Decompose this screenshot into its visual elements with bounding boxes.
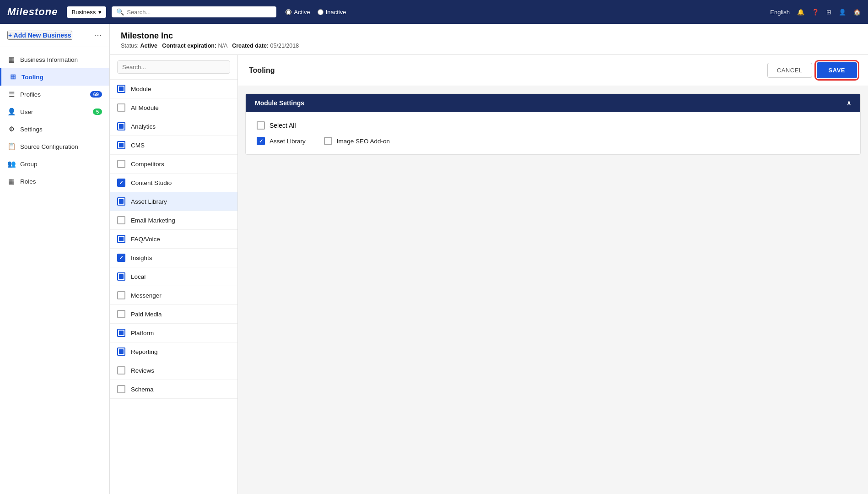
sidebar-item-group[interactable]: 👥 Group	[0, 155, 109, 173]
checkbox-module[interactable]	[117, 85, 125, 93]
cb-asset-library[interactable]	[257, 137, 265, 145]
module-label-content-studio: Content Studio	[131, 179, 172, 186]
section-header[interactable]: Module Settings ∧	[246, 94, 860, 112]
sidebar-item-user[interactable]: 👤 User 5	[0, 103, 109, 120]
checkbox-faq-voice[interactable]	[117, 235, 125, 243]
sidebar-item-settings[interactable]: ⚙ Settings	[0, 120, 109, 138]
module-item-reporting[interactable]: Reporting	[110, 342, 237, 361]
checkbox-cms[interactable]	[117, 141, 125, 149]
help-icon[interactable]: ❓	[812, 9, 819, 16]
module-item-competitors[interactable]: Competitors	[110, 155, 237, 174]
cb-label-asset-library: Asset Library	[270, 138, 306, 145]
business-meta: Status: Active Contract expiration: N/A …	[121, 43, 857, 49]
sidebar-item-source-configuration[interactable]: 📋 Source Configuration	[0, 138, 109, 155]
module-label-ai-module: AI Module	[131, 104, 159, 111]
checkbox-reporting[interactable]	[117, 347, 125, 356]
select-all-label: Select All	[270, 122, 296, 129]
sidebar-label-user: User	[20, 109, 33, 115]
settings-checkbox-asset-library: Asset Library	[257, 137, 306, 145]
select-all-checkbox[interactable]	[257, 121, 265, 130]
checkbox-messenger[interactable]	[117, 291, 125, 299]
checkbox-competitors[interactable]	[117, 160, 125, 168]
sidebar-item-tooling[interactable]: ⊞ Tooling	[0, 68, 109, 86]
module-label-schema: Schema	[131, 386, 154, 393]
checkbox-platform[interactable]	[117, 329, 125, 337]
created-value: 05/21/2018	[270, 43, 299, 49]
top-nav: Milestone Business ▾ 🔍 Active Inactive E…	[0, 0, 868, 24]
inactive-radio-label[interactable]: Inactive	[318, 9, 346, 16]
module-label-asset-library: Asset Library	[131, 198, 167, 205]
search-dropdown[interactable]: Business ▾	[67, 6, 106, 18]
module-item-messenger[interactable]: Messenger	[110, 286, 237, 305]
home-icon[interactable]: 🏠	[853, 9, 861, 16]
active-radio-label[interactable]: Active	[286, 9, 310, 16]
search-input[interactable]	[127, 9, 272, 16]
module-item-asset-library[interactable]: Asset Library	[110, 192, 237, 211]
module-item-ai-module[interactable]: AI Module	[110, 98, 237, 117]
sidebar-more-icon[interactable]: ⋯	[94, 30, 102, 40]
checkbox-email-marketing[interactable]	[117, 216, 125, 224]
module-item-cms[interactable]: CMS	[110, 136, 237, 155]
module-item-email-marketing[interactable]: Email Marketing	[110, 211, 237, 230]
sidebar-label-profiles: Profiles	[20, 91, 41, 98]
module-item-local[interactable]: Local	[110, 267, 237, 286]
module-item-paid-media[interactable]: Paid Media	[110, 305, 237, 324]
checkbox-reviews[interactable]	[117, 366, 125, 375]
business-title: Milestone Inc	[121, 31, 857, 41]
checkbox-schema[interactable]	[117, 385, 125, 393]
cancel-button[interactable]: CANCEL	[767, 63, 812, 78]
module-search-input[interactable]	[117, 60, 230, 74]
sidebar-nav: ▦ Business Information ⊞ Tooling ☰ Profi…	[0, 47, 109, 194]
module-label-insights: Insights	[131, 255, 152, 261]
module-label-reviews: Reviews	[131, 367, 154, 374]
module-label-messenger: Messenger	[131, 292, 162, 299]
checkbox-local[interactable]	[117, 272, 125, 281]
module-label-faq-voice: FAQ/Voice	[131, 236, 160, 243]
search-icon: 🔍	[116, 8, 124, 16]
module-item-content-studio[interactable]: Content Studio	[110, 174, 237, 192]
module-label-email-marketing: Email Marketing	[131, 217, 175, 224]
module-item-faq-voice[interactable]: FAQ/Voice	[110, 230, 237, 249]
checkbox-insights[interactable]	[117, 254, 125, 262]
badge-user: 5	[93, 109, 102, 115]
settings-checkbox-image-seo: Image SEO Add-on	[324, 137, 390, 145]
checkbox-grid: Asset Library Image SEO Add-on	[257, 137, 849, 145]
status-value: Active	[140, 43, 157, 49]
sidebar-icon-business-information: ▦	[7, 55, 16, 64]
cb-image-seo[interactable]	[324, 137, 332, 145]
module-label-reporting: Reporting	[131, 348, 158, 355]
language-label[interactable]: English	[770, 9, 790, 16]
checkbox-paid-media[interactable]	[117, 310, 125, 318]
notifications-icon[interactable]: 🔔	[797, 9, 804, 16]
module-item-insights[interactable]: Insights	[110, 249, 237, 267]
cb-label-image-seo: Image SEO Add-on	[337, 138, 390, 145]
account-icon[interactable]: 👤	[839, 9, 846, 16]
active-radio[interactable]	[286, 9, 291, 15]
sidebar: + Add New Business ⋯ ▦ Business Informat…	[0, 24, 110, 494]
checkbox-content-studio[interactable]	[117, 179, 125, 187]
apps-icon[interactable]: ⊞	[826, 9, 831, 16]
sidebar-icon-tooling: ⊞	[9, 73, 17, 81]
module-label-cms: CMS	[131, 142, 145, 149]
header-actions: CANCEL SAVE	[767, 62, 857, 78]
search-dropdown-label: Business	[71, 9, 96, 16]
checkbox-asset-library[interactable]	[117, 197, 125, 206]
module-label-paid-media: Paid Media	[131, 311, 162, 318]
content-area: Module AI Module Analytics CMS Competito…	[110, 55, 868, 494]
add-new-business-button[interactable]: + Add New Business	[7, 31, 72, 40]
module-item-schema[interactable]: Schema	[110, 380, 237, 399]
module-item-module[interactable]: Module	[110, 80, 237, 98]
logo: Milestone	[7, 6, 58, 18]
sidebar-item-roles[interactable]: ▦ Roles	[0, 173, 109, 190]
save-button[interactable]: SAVE	[817, 62, 857, 78]
module-label-local: Local	[131, 273, 146, 280]
search-bar[interactable]: 🔍	[112, 6, 276, 17]
checkbox-ai-module[interactable]	[117, 103, 125, 112]
checkbox-analytics[interactable]	[117, 122, 125, 130]
module-item-platform[interactable]: Platform	[110, 324, 237, 342]
sidebar-item-profiles[interactable]: ☰ Profiles 69	[0, 86, 109, 103]
sidebar-item-business-information[interactable]: ▦ Business Information	[0, 51, 109, 68]
module-item-analytics[interactable]: Analytics	[110, 117, 237, 136]
module-item-reviews[interactable]: Reviews	[110, 361, 237, 380]
inactive-radio[interactable]	[318, 9, 323, 15]
